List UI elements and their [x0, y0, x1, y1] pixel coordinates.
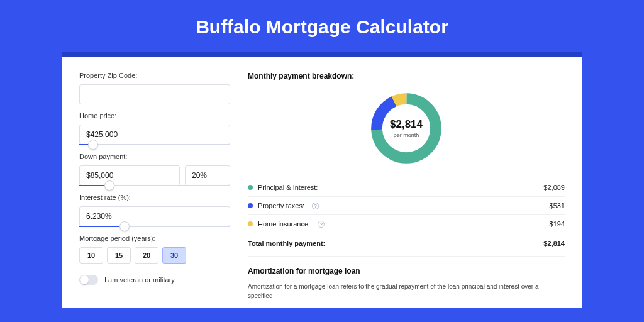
mortgage-period-label: Mortgage period (years):	[79, 235, 230, 242]
field-home-price: Home price:	[79, 112, 230, 145]
home-price-input[interactable]	[79, 125, 230, 145]
slider-thumb[interactable]	[119, 221, 130, 231]
field-zip: Property Zip Code:	[79, 72, 230, 104]
toggle-knob	[80, 275, 89, 284]
down-payment-label: Down payment:	[79, 153, 230, 160]
legend: Principal & Interest:$2,089Property taxe…	[248, 179, 565, 233]
total-label: Total monthly payment:	[248, 240, 325, 247]
field-interest-rate: Interest rate (%):	[79, 194, 230, 227]
interest-rate-label: Interest rate (%):	[79, 194, 230, 201]
slider-thumb[interactable]	[104, 180, 114, 191]
zip-input[interactable]	[79, 84, 230, 104]
legend-row-ins: Home insurance:?$194	[248, 215, 565, 233]
legend-value: $194	[550, 220, 565, 228]
payment-donut-chart: $2,814 per month	[367, 89, 445, 167]
period-option-10[interactable]: 10	[79, 247, 103, 264]
legend-label: Principal & Interest:	[258, 184, 318, 191]
home-price-label: Home price:	[79, 112, 230, 119]
period-option-20[interactable]: 20	[135, 247, 158, 264]
legend-value: $2,089	[543, 184, 565, 191]
down-payment-amount-input[interactable]	[79, 165, 180, 186]
inputs-panel: Property Zip Code: Home price: Down paym…	[79, 72, 230, 308]
swatch-icon	[248, 185, 253, 190]
donut-subtitle: per month	[394, 132, 419, 138]
page-title: Buffalo Mortgage Calculator	[196, 16, 448, 38]
down-payment-slider[interactable]	[79, 185, 230, 186]
legend-row-pi: Principal & Interest:$2,089	[248, 179, 565, 197]
breakdown-title: Monthly payment breakdown:	[248, 72, 565, 80]
slider-fill	[79, 226, 125, 227]
card-shadow: Property Zip Code: Home price: Down paym…	[62, 52, 582, 308]
field-veteran: I am veteran or military	[79, 275, 230, 285]
period-option-30[interactable]: 30	[162, 247, 186, 264]
help-icon[interactable]: ?	[312, 203, 319, 209]
veteran-label: I am veteran or military	[104, 276, 175, 284]
legend-label: Property taxes:	[258, 202, 304, 209]
legend-value: $531	[550, 202, 565, 209]
home-price-slider[interactable]	[79, 144, 230, 145]
legend-total-row: Total monthly payment: $2,814	[248, 233, 565, 257]
down-payment-percent-input[interactable]	[185, 165, 230, 186]
amortization-body: Amortization for a mortgage loan refers …	[248, 282, 565, 301]
amortization-title: Amortization for mortgage loan	[248, 267, 565, 275]
help-icon[interactable]: ?	[318, 221, 325, 228]
donut-amount: $2,814	[390, 118, 423, 131]
breakdown-panel: Monthly payment breakdown: $2,814 per mo…	[248, 72, 565, 308]
legend-row-tax: Property taxes:?$531	[248, 197, 565, 215]
swatch-icon	[248, 203, 253, 208]
zip-label: Property Zip Code:	[79, 72, 230, 79]
field-down-payment: Down payment:	[79, 153, 230, 186]
field-mortgage-period: Mortgage period (years): 10152030	[79, 235, 230, 264]
period-option-15[interactable]: 15	[107, 247, 131, 264]
veteran-toggle[interactable]	[79, 275, 98, 285]
legend-label: Home insurance:	[258, 220, 310, 228]
interest-rate-input[interactable]	[79, 206, 230, 226]
period-options: 10152030	[79, 247, 230, 264]
total-value: $2,814	[543, 240, 565, 247]
interest-rate-slider[interactable]	[79, 226, 230, 227]
slider-thumb[interactable]	[88, 140, 98, 150]
calculator-card: Property Zip Code: Home price: Down paym…	[62, 57, 582, 308]
swatch-icon	[248, 221, 253, 226]
